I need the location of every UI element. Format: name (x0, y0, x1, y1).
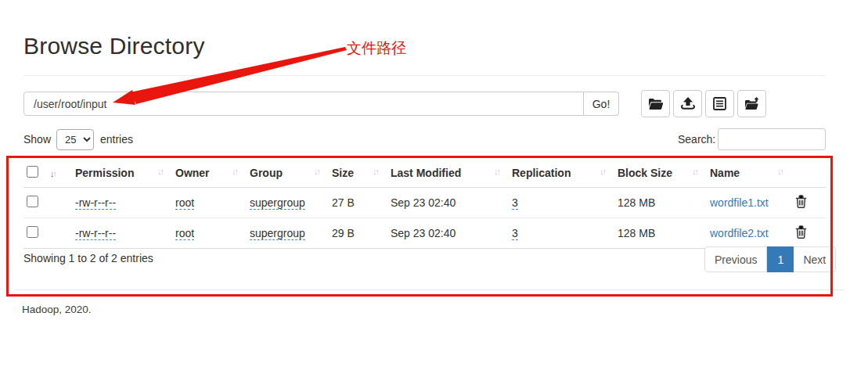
sort-icon: ↓↑ (314, 167, 324, 176)
search-input[interactable] (718, 128, 826, 150)
delete-file-button[interactable] (795, 225, 807, 241)
annotation-label: 文件路径 (347, 38, 406, 59)
view-list-button[interactable] (705, 90, 734, 117)
list-alt-icon (713, 97, 726, 110)
browse-directory-page: Browse Directory Go! Show (0, 0, 868, 374)
replication-value[interactable]: 3 (512, 227, 518, 240)
sort-icon: ↓↑ (494, 167, 504, 176)
sort-icon: ↓↑ (692, 167, 702, 176)
pagination: Previous 1 Next (704, 246, 836, 272)
column-sort-selector[interactable]: ↓↑ (47, 159, 72, 188)
search-label: Search: (678, 133, 715, 146)
file-link[interactable]: wordfile2.txt (710, 227, 769, 239)
trash-icon (795, 229, 807, 241)
block-size-value: 128 MB (614, 188, 707, 218)
size-value: 29 B (329, 218, 387, 249)
divider (16, 289, 844, 290)
row-checkbox[interactable] (27, 226, 38, 238)
column-header-name[interactable]: Name ↓↑ (707, 159, 792, 188)
column-header-block-size[interactable]: Block Size ↓↑ (614, 159, 707, 188)
group-value[interactable]: supergroup (250, 196, 305, 210)
file-actions-toolbar (641, 90, 766, 117)
permission-value[interactable]: -rw-r--r-- (75, 196, 116, 210)
folder-open-icon (648, 98, 664, 110)
group-value[interactable]: supergroup (250, 227, 305, 240)
entries-summary: Showing 1 to 2 of 2 entries (23, 252, 153, 264)
folder-action-icon (744, 97, 760, 110)
sort-icon: ↓↑ (373, 167, 383, 176)
table-row: -rw-r--r-- root supergroup 29 B Sep 23 0… (23, 218, 826, 249)
replication-value[interactable]: 3 (512, 196, 518, 210)
column-header-permission[interactable]: Permission ↓↑ (72, 159, 172, 188)
trash-icon (795, 199, 807, 210)
open-folder-button[interactable] (641, 90, 670, 117)
new-folder-button[interactable] (737, 90, 766, 117)
owner-value[interactable]: root (175, 196, 194, 210)
last-modified-value: Sep 23 02:40 (387, 218, 509, 249)
size-value: 27 B (329, 188, 387, 218)
table-header-row: ↓↑ Permission ↓↑ Owner ↓↑ Group ↓↑ Size … (23, 159, 826, 188)
sort-icon: ↓↑ (777, 167, 787, 176)
permission-value[interactable]: -rw-r--r-- (75, 227, 116, 240)
column-header-size[interactable]: Size ↓↑ (329, 159, 387, 188)
delete-file-button[interactable] (795, 195, 807, 210)
last-modified-value: Sep 23 02:40 (387, 188, 509, 218)
owner-value[interactable]: root (175, 227, 194, 240)
go-button[interactable]: Go! (584, 92, 619, 116)
upload-icon (681, 97, 695, 110)
row-checkbox[interactable] (27, 196, 38, 207)
next-page-button[interactable]: Next (794, 246, 836, 272)
sort-icon: ↓↑ (600, 167, 610, 176)
footer-text: Hadoop, 2020. (22, 304, 92, 315)
sort-icon: ↓↑ (50, 169, 56, 178)
table-row: -rw-r--r-- root supergroup 27 B Sep 23 0… (23, 188, 826, 218)
column-header-replication[interactable]: Replication ↓↑ (509, 159, 614, 188)
file-link[interactable]: wordfile1.txt (710, 196, 769, 209)
select-all-checkbox[interactable] (27, 166, 38, 178)
directory-table: ↓↑ Permission ↓↑ Owner ↓↑ Group ↓↑ Size … (23, 159, 826, 249)
show-label: Show (23, 133, 51, 146)
sort-icon: ↓↑ (157, 167, 167, 176)
previous-page-button[interactable]: Previous (704, 246, 767, 272)
path-bar: Go! (23, 92, 619, 116)
upload-files-button[interactable] (673, 90, 702, 117)
divider (23, 75, 826, 76)
column-header-owner[interactable]: Owner ↓↑ (172, 159, 247, 188)
entries-label: entries (100, 133, 133, 146)
page-title: Browse Directory (23, 33, 205, 59)
sort-icon: ↓↑ (232, 167, 242, 176)
page-size-select[interactable]: 25 (56, 129, 94, 150)
directory-path-input[interactable] (23, 92, 584, 116)
column-header-group[interactable]: Group ↓↑ (247, 159, 329, 188)
block-size-value: 128 MB (614, 218, 707, 249)
column-header-last-modified[interactable]: Last Modified ↓↑ (387, 159, 509, 188)
page-number-button[interactable]: 1 (767, 246, 794, 272)
